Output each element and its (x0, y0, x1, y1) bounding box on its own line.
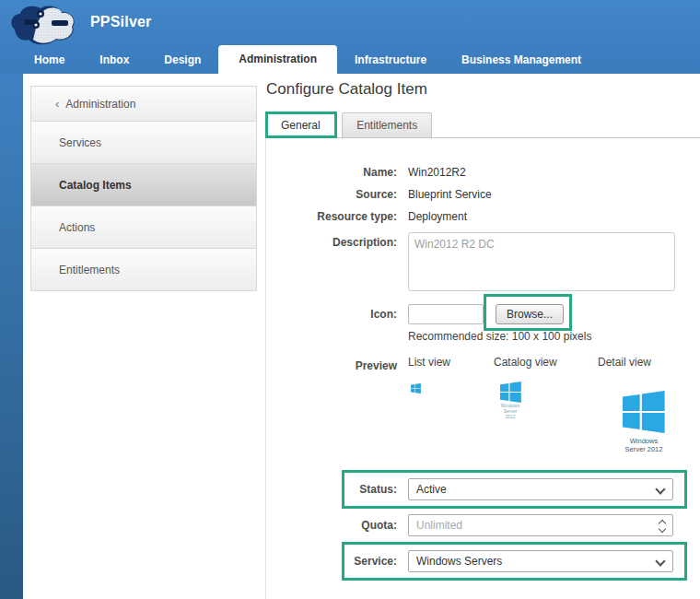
nav-tab-inbox[interactable]: Inbox (82, 47, 146, 74)
quota-value: Unlimited (416, 519, 462, 532)
sidebar-item-actions[interactable]: Actions (30, 206, 257, 249)
preview-col-catalog-view: Catalog view Windows Server 2012 (494, 356, 598, 453)
quota-row: Quota: Unlimited (266, 514, 700, 536)
icon-label: Icon: (266, 308, 408, 321)
resource-type-value: Deployment (408, 210, 467, 223)
left-accent-strip (0, 74, 23, 599)
status-value: Active (416, 483, 447, 496)
windows-logo-icon (623, 391, 665, 433)
service-value: Windows Servers (416, 555, 502, 568)
quota-label: Quota: (266, 519, 408, 532)
nav-tab-home[interactable]: Home (17, 47, 82, 74)
chevron-down-icon (655, 484, 665, 494)
general-tab-panel: Name: Win2012R2 Source: Blueprint Servic… (265, 137, 700, 599)
status-label: Status: (344, 483, 408, 496)
sidebar-item-catalog-items[interactable]: Catalog Items (30, 163, 257, 206)
main-content: Configure Catalog Item General Entitleme… (265, 77, 700, 599)
windows-caption-small: Windows Server 2012 (499, 403, 521, 419)
detail-view-header: Detail view (598, 356, 699, 369)
app-window: PPSilver Home Inbox Design Administratio… (0, 0, 700, 599)
preview-row: Preview List view Catalog view (266, 356, 700, 453)
nav-tab-infrastructure[interactable]: Infrastructure (337, 47, 444, 74)
icon-row: Icon: Browse... (266, 304, 700, 324)
highlight-box-status-row: Status: Active (342, 470, 687, 509)
catalog-view-header: Catalog view (494, 356, 598, 369)
chevron-left-icon: ‹ (55, 97, 59, 111)
tab-general[interactable]: General (266, 112, 335, 138)
list-view-header: List view (408, 356, 494, 369)
preview-col-list-view: List view (408, 356, 494, 453)
source-row: Source: Blueprint Service (266, 188, 700, 201)
name-row: Name: Win2012R2 (266, 166, 700, 179)
windows-logo-icon (411, 383, 421, 393)
sidebar-item-label: Entitlements (59, 264, 120, 276)
status-select[interactable]: Active (408, 478, 673, 500)
description-textarea[interactable]: Win2012 R2 DC (408, 232, 675, 291)
sidebar: ‹Administration Services Catalog Items A… (30, 86, 257, 291)
sidebar-item-services[interactable]: Services (30, 121, 257, 164)
source-value: Blueprint Service (408, 188, 492, 201)
preview-label: Preview (266, 356, 408, 372)
main-nav: Home Inbox Design Administration Infrast… (17, 45, 599, 74)
service-label: Service: (344, 555, 408, 568)
tab-general-label: General (281, 119, 321, 132)
tab-entitlements-label: Entitlements (356, 119, 417, 132)
description-label: Description: (266, 232, 408, 249)
resource-type-row: Resource type: Deployment (266, 210, 700, 223)
service-select[interactable]: Windows Servers (408, 550, 673, 572)
sidebar-item-label: Services (59, 136, 101, 149)
spinner-icon[interactable] (659, 518, 666, 534)
icon-file-input[interactable] (408, 304, 484, 324)
highlight-box-service-row: Service: Windows Servers (342, 542, 687, 581)
tab-entitlements[interactable]: Entitlements (342, 112, 432, 137)
sidebar-item-label: Actions (59, 221, 95, 234)
app-header: PPSilver Home Inbox Design Administratio… (0, 0, 700, 74)
ppsilver-logo-icon (6, 2, 83, 50)
chevron-down-icon (655, 556, 665, 566)
recommended-size-hint: Recommended size: 100 x 100 pixels (408, 330, 700, 343)
quota-stepper[interactable]: Unlimited (408, 514, 673, 536)
nav-tab-design[interactable]: Design (146, 47, 218, 74)
status-row: Status: Active (344, 478, 673, 500)
name-value: Win2012R2 (408, 166, 466, 179)
name-label: Name: (266, 166, 408, 179)
resource-type-label: Resource type: (266, 210, 408, 223)
spinner-down-icon[interactable] (659, 525, 666, 533)
service-row: Service: Windows Servers (344, 550, 673, 572)
nav-tab-administration[interactable]: Administration (218, 45, 337, 74)
browse-button[interactable]: Browse... (496, 304, 564, 324)
windows-logo-icon (500, 382, 521, 403)
nav-tab-business-management[interactable]: Business Management (444, 47, 599, 74)
page-title: Configure Catalog Item (266, 80, 700, 99)
windows-caption-large: Windows Server 2012 (620, 437, 668, 453)
brand-title: PPSilver (90, 14, 152, 30)
preview-col-detail-view: Detail view Windows Server 2012 (598, 356, 699, 453)
preview-columns: List view Catalog view Windows Server 20… (408, 356, 699, 453)
sidebar-item-administration[interactable]: ‹Administration (30, 86, 257, 122)
sidebar-item-entitlements[interactable]: Entitlements (30, 248, 257, 291)
description-row: Description: Win2012 R2 DC (266, 232, 700, 291)
content-tabs: General Entitlements (265, 112, 700, 138)
sidebar-item-label: Catalog Items (59, 179, 132, 192)
source-label: Source: (266, 188, 408, 201)
sidebar-item-label: Administration (65, 98, 135, 111)
